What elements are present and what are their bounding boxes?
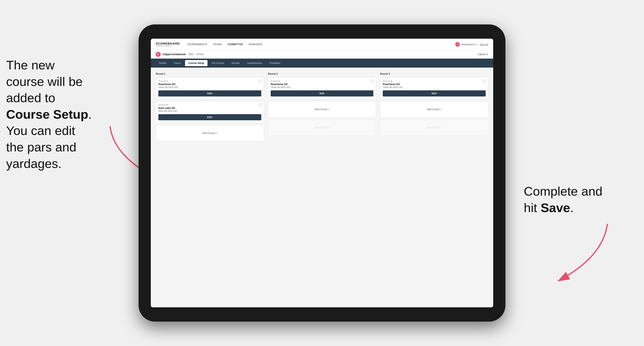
- round-3-add-course-disabled: Add Course +: [380, 120, 488, 136]
- user-email: blair@clippd.io: [462, 43, 476, 46]
- arrow-right: [546, 220, 620, 285]
- scoreboard-logo: SCOREBOARD Powered by clippd: [156, 42, 180, 47]
- user-avatar: B: [455, 42, 460, 47]
- round-2-add-course-button[interactable]: Add Course +: [268, 101, 376, 117]
- round-1-course-a-name: Peachtree GC: [158, 83, 261, 86]
- round-1-add-course-text: Add Course +: [202, 132, 217, 135]
- round-1-add-course-button[interactable]: Add Course +: [156, 125, 264, 141]
- round-1-course-a-delete-button[interactable]: ✕: [258, 79, 262, 83]
- nav-separator: |: [478, 43, 478, 46]
- round-3-add-course-button[interactable]: Add Course +: [380, 101, 488, 117]
- sign-out-link[interactable]: Sign out: [480, 43, 488, 46]
- tournament-name: Clippd Invitational: [163, 53, 186, 56]
- nav-link-committee[interactable]: COMMITTEE: [228, 43, 243, 46]
- annotation-right: Complete andhit Save.: [524, 183, 638, 216]
- round-1-course-b-card: ✕ (Course B) East Lake GC Black (M) (689…: [156, 101, 264, 123]
- round-2-title: Round 2: [268, 72, 376, 75]
- tab-leaderboards[interactable]: Leaderboards: [244, 60, 265, 66]
- tournament-bar: C Clippd Invitational Men Hosting Cancel…: [151, 50, 493, 59]
- tab-printables[interactable]: Printables: [266, 60, 284, 66]
- annotation-left: The newcourse will beadded toCourse Setu…: [6, 57, 145, 172]
- tournament-info: C Clippd Invitational Men Hosting: [156, 52, 204, 57]
- round-2-course-a-delete-button[interactable]: ✕: [370, 79, 374, 83]
- round-1-course-b-name: East Lake GC: [158, 106, 261, 110]
- round-3-course-a-card: ✕ (Course A) Peachtree GC Yellow (M) (66…: [380, 77, 488, 99]
- gender-badge: Men: [188, 53, 194, 56]
- round-3-column: Round 3 ✕ (Course A) Peachtree GC Yellow…: [380, 72, 488, 143]
- logo-main-text: SCOREBOARD: [156, 42, 180, 45]
- round-1-course-a-label: (Course A): [158, 80, 261, 82]
- round-3-course-a-name: Peachtree GC: [383, 83, 486, 86]
- nav-link-tournaments[interactable]: TOURNAMENTS: [187, 43, 207, 46]
- rounds-grid: Round 1 ✕ (Course A) Peachtree GC Yellow…: [156, 72, 488, 143]
- tab-details[interactable]: Details: [156, 60, 170, 66]
- round-3-add-course-disabled-text: Add Course +: [427, 126, 442, 129]
- cancel-label: Cancel: [478, 53, 486, 56]
- round-3-add-course-text: Add Course +: [427, 108, 442, 111]
- round-2-add-course-text: Add Course +: [314, 108, 330, 111]
- round-3-course-a-edit-button[interactable]: Edit: [383, 90, 486, 96]
- top-nav-left: SCOREBOARD Powered by clippd TOURNAMENTS…: [156, 42, 262, 47]
- round-1-course-b-edit-button[interactable]: Edit: [158, 114, 261, 120]
- round-3-title: Round 3: [380, 72, 488, 75]
- nav-link-teams[interactable]: TEAMS: [213, 43, 222, 46]
- cancel-button[interactable]: Cancel ✕: [478, 53, 488, 56]
- round-2-column: Round 2 ✕ (Course A) Peachtree GC Yellow…: [268, 72, 376, 143]
- round-1-course-b-label: (Course B): [158, 104, 261, 106]
- round-2-course-a-name: Peachtree GC: [271, 83, 374, 86]
- nav-link-rankings[interactable]: RANKINGS: [249, 43, 262, 46]
- round-2-course-a-info: Yellow (M) (6629 yds): [271, 86, 374, 88]
- round-2-add-course-disabled-text: Add Course +: [314, 126, 330, 129]
- round-1-course-a-info: Yellow (M) (6629 yds): [158, 86, 261, 88]
- tablet: SCOREBOARD Powered by clippd TOURNAMENTS…: [138, 24, 506, 322]
- top-nav-right: B blair@clippd.io | Sign out: [455, 42, 488, 47]
- tab-bar: Details Teams Course Setup Tee Groups Re…: [151, 59, 493, 68]
- tablet-screen: SCOREBOARD Powered by clippd TOURNAMENTS…: [151, 39, 493, 307]
- logo-sub-text: Powered by clippd: [156, 45, 180, 47]
- cancel-icon: ✕: [486, 53, 488, 56]
- hosting-badge: Hosting: [196, 53, 204, 55]
- round-3-course-a-delete-button[interactable]: ✕: [483, 79, 486, 83]
- annotation-right-text: Complete andhit Save.: [524, 184, 602, 215]
- round-2-course-a-label: (Course A): [271, 80, 374, 82]
- tab-teams[interactable]: Teams: [170, 60, 184, 66]
- main-content: Round 1 ✕ (Course A) Peachtree GC Yellow…: [151, 68, 493, 307]
- round-3-course-a-info: Yellow (M) (6629 yds): [383, 86, 486, 88]
- round-2-add-course-disabled: Add Course +: [268, 120, 376, 136]
- round-1-course-a-card: ✕ (Course A) Peachtree GC Yellow (M) (66…: [156, 77, 264, 99]
- c-logo: C: [156, 52, 160, 57]
- round-2-course-a-edit-button[interactable]: Edit: [271, 90, 374, 96]
- annotation-left-text: The newcourse will beadded toCourse Setu…: [6, 58, 92, 171]
- tab-course-setup[interactable]: Course Setup: [185, 60, 208, 66]
- round-1-column: Round 1 ✕ (Course A) Peachtree GC Yellow…: [156, 72, 264, 143]
- round-1-course-b-delete-button[interactable]: ✕: [258, 103, 262, 107]
- round-1-course-b-info: Black (M) (6891 yds): [158, 110, 261, 112]
- round-3-course-a-label: (Course A): [383, 80, 486, 82]
- nav-links: TOURNAMENTS TEAMS COMMITTEE RANKINGS: [187, 43, 262, 46]
- round-1-title: Round 1: [156, 72, 264, 75]
- round-2-course-a-card: ✕ (Course A) Peachtree GC Yellow (M) (66…: [268, 77, 376, 99]
- tab-results[interactable]: Results: [228, 60, 243, 66]
- tab-tee-groups[interactable]: Tee Groups: [208, 60, 228, 66]
- round-1-course-a-edit-button[interactable]: Edit: [158, 90, 261, 96]
- top-nav: SCOREBOARD Powered by clippd TOURNAMENTS…: [151, 39, 493, 50]
